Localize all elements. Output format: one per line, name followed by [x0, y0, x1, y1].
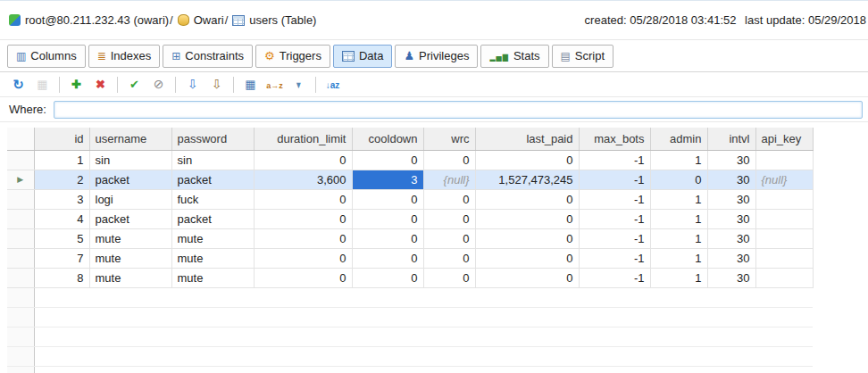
tab-constraints[interactable]: Constraints	[163, 45, 253, 68]
cell-last_paid[interactable]: 0	[475, 189, 579, 209]
tab-script[interactable]: Script	[552, 45, 614, 68]
cell-username[interactable]: packet	[89, 170, 171, 189]
tab-triggers[interactable]: Triggers	[255, 45, 330, 68]
fetch-page-button[interactable]	[31, 75, 54, 95]
cell-admin[interactable]: 1	[650, 268, 707, 287]
column-header-id[interactable]: id	[34, 128, 89, 150]
cell-id[interactable]: 2	[34, 170, 89, 189]
cell-api_key[interactable]	[755, 189, 813, 209]
cell-id[interactable]: 4	[34, 209, 89, 228]
cell-last_paid[interactable]: 1,527,473,245	[475, 170, 579, 189]
refresh-button[interactable]	[7, 75, 29, 95]
breadcrumb-item-1[interactable]: root@80.211.232.43 (owari)	[9, 13, 169, 27]
cell-username[interactable]: mute	[89, 228, 171, 248]
cell-duration_limit[interactable]: 0	[254, 209, 352, 228]
export-button[interactable]	[205, 75, 228, 95]
cell-duration_limit[interactable]: 3,600	[254, 170, 352, 189]
column-header-cooldown[interactable]: cooldown	[352, 128, 423, 150]
cell-id[interactable]: 1	[34, 150, 89, 170]
cell-duration_limit[interactable]: 0	[254, 248, 352, 268]
breadcrumb-item-2[interactable]: Owari	[178, 13, 224, 27]
cell-last_paid[interactable]: 0	[475, 209, 579, 228]
cell-intvl[interactable]: 30	[707, 209, 755, 228]
cell-intvl[interactable]: 30	[707, 170, 755, 189]
cell-cooldown[interactable]: 0	[352, 248, 423, 268]
tab-privileges[interactable]: Privileges	[395, 45, 478, 68]
cell-id[interactable]: 8	[34, 268, 89, 287]
import-button[interactable]	[181, 75, 204, 95]
cell-cooldown[interactable]: 0	[352, 228, 423, 248]
cell-max_bots[interactable]: -1	[579, 189, 650, 209]
add-row-button[interactable]	[65, 75, 88, 95]
tab-stats[interactable]: Stats	[480, 45, 548, 68]
cell-max_bots[interactable]: -1	[579, 268, 650, 287]
column-header-admin[interactable]: admin	[650, 128, 707, 150]
cell-id[interactable]: 3	[34, 189, 89, 209]
cell-max_bots[interactable]: -1	[579, 150, 650, 170]
cell-max_bots[interactable]: -1	[579, 248, 650, 268]
cell-wrc[interactable]: 0	[423, 189, 475, 209]
cell-max_bots[interactable]: -1	[579, 209, 650, 228]
row-gutter[interactable]	[7, 248, 34, 268]
cell-intvl[interactable]: 30	[707, 248, 755, 268]
cell-id[interactable]: 7	[34, 248, 89, 268]
tab-data[interactable]: Data	[333, 45, 392, 68]
row-gutter[interactable]	[7, 209, 34, 228]
cell-last_paid[interactable]: 0	[475, 248, 579, 268]
cell-api_key[interactable]: {null}	[755, 170, 813, 189]
tab-indexes[interactable]: Indexes	[88, 45, 161, 68]
cell-intvl[interactable]: 30	[707, 228, 755, 248]
cell-api_key[interactable]	[755, 248, 813, 268]
where-filter-input[interactable]	[54, 101, 863, 119]
row-gutter[interactable]	[7, 150, 34, 170]
cell-wrc[interactable]: 0	[423, 248, 475, 268]
cell-username[interactable]: sin	[89, 150, 171, 170]
cell-max_bots[interactable]: -1	[579, 170, 650, 189]
cell-password[interactable]: mute	[171, 268, 254, 287]
cell-duration_limit[interactable]: 0	[254, 268, 352, 287]
order-by-button[interactable]	[321, 75, 344, 95]
filters-button[interactable]	[288, 75, 310, 95]
cell-password[interactable]: packet	[171, 209, 254, 228]
cell-wrc[interactable]: 0	[423, 209, 475, 228]
cell-api_key[interactable]	[755, 209, 813, 228]
cell-wrc[interactable]: {null}	[423, 170, 475, 189]
row-gutter[interactable]	[7, 189, 34, 209]
row-gutter[interactable]	[7, 268, 34, 287]
cell-username[interactable]: packet	[89, 209, 171, 228]
column-header-intvl[interactable]: intvl	[707, 128, 755, 150]
cell-max_bots[interactable]: -1	[579, 228, 650, 248]
apply-changes-button[interactable]	[123, 75, 146, 95]
cell-api_key[interactable]	[755, 268, 813, 287]
tab-columns[interactable]: Columns	[7, 45, 86, 68]
cell-password[interactable]: fuck	[171, 189, 254, 209]
cell-admin[interactable]: 1	[650, 189, 707, 209]
cell-cooldown[interactable]: 0	[352, 189, 423, 209]
row-gutter[interactable]: ▶	[7, 170, 34, 189]
cell-password[interactable]: sin	[171, 150, 254, 170]
column-header-duration_limit[interactable]: duration_limit	[254, 128, 352, 150]
cell-duration_limit[interactable]: 0	[254, 228, 352, 248]
cell-password[interactable]: mute	[171, 228, 254, 248]
cell-admin[interactable]: 1	[650, 150, 707, 170]
column-header-password[interactable]: password	[171, 128, 254, 150]
cell-wrc[interactable]: 0	[423, 228, 475, 248]
cell-password[interactable]: mute	[171, 248, 254, 268]
grid-edit-button[interactable]	[239, 75, 262, 95]
cell-last_paid[interactable]: 0	[475, 268, 579, 287]
row-gutter[interactable]	[7, 228, 34, 248]
column-header-wrc[interactable]: wrc	[423, 128, 475, 150]
cell-wrc[interactable]: 0	[423, 150, 475, 170]
cell-cooldown[interactable]: 0	[352, 268, 423, 287]
cell-cooldown[interactable]: 0	[352, 150, 423, 170]
column-header-username[interactable]: username	[89, 128, 171, 150]
cell-username[interactable]: mute	[89, 268, 171, 287]
cell-admin[interactable]: 1	[650, 248, 707, 268]
cell-wrc[interactable]: 0	[423, 268, 475, 287]
cell-duration_limit[interactable]: 0	[254, 189, 352, 209]
cell-cooldown[interactable]: 3	[352, 170, 423, 189]
sort-az-button[interactable]	[263, 75, 286, 95]
cell-username[interactable]: mute	[89, 248, 171, 268]
cell-intvl[interactable]: 30	[707, 189, 755, 209]
cell-intvl[interactable]: 30	[707, 150, 755, 170]
